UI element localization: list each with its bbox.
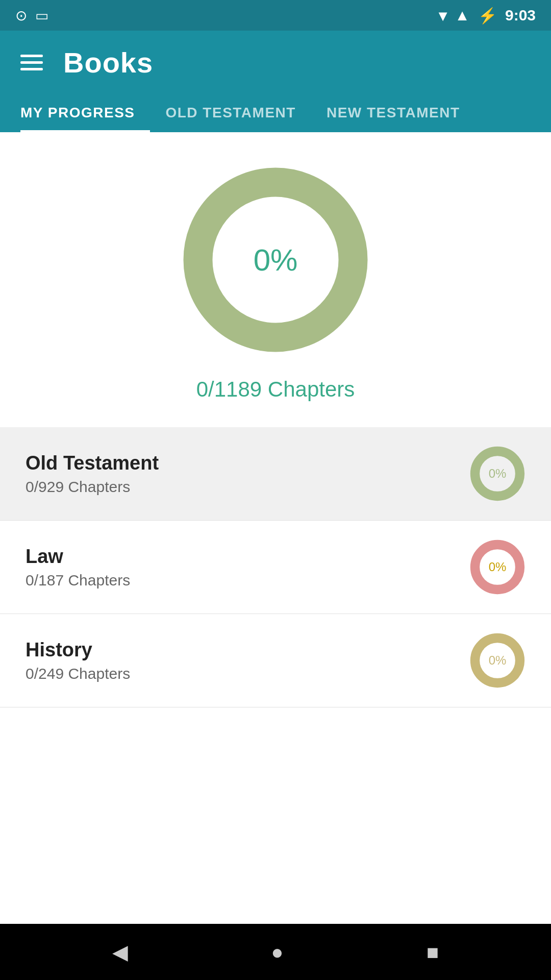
section-title-law: Law	[26, 546, 130, 568]
home-button[interactable]: ●	[271, 941, 283, 964]
tabs-bar: MY PROGRESS OLD TESTAMENT NEW TESTAMENT	[20, 94, 531, 132]
page-title: Books	[63, 46, 153, 79]
section-chapters-law: 0/187 Chapters	[26, 572, 130, 589]
section-title-old-testament: Old Testament	[26, 452, 159, 474]
mini-circle-history: 0%	[469, 632, 525, 689]
recent-apps-button[interactable]: ■	[427, 941, 439, 964]
section-chapters-old-testament: 0/929 Chapters	[26, 478, 159, 496]
tab-new-testament[interactable]: NEW TESTAMENT	[311, 94, 475, 132]
main-content: 0% 0/1189 Chapters Old Testament 0/929 C…	[0, 132, 551, 924]
tab-old-testament[interactable]: OLD TESTAMENT	[150, 94, 311, 132]
status-bar: ⊙ ▭ ▾ ▲ ⚡ 9:03	[0, 0, 551, 31]
signal-icon: ▲	[455, 7, 470, 24]
sd-card-icon: ▭	[35, 7, 48, 24]
mini-circle-percent-old-testament: 0%	[489, 467, 507, 481]
section-item-history[interactable]: History 0/249 Chapters 0%	[0, 614, 551, 707]
time-display: 9:03	[505, 7, 536, 24]
status-right-icons: ▾ ▲ ⚡ 9:03	[439, 7, 536, 24]
progress-circle-container: 0%	[179, 163, 372, 357]
mini-circle-percent-history: 0%	[489, 653, 507, 668]
progress-section: 0% 0/1189 Chapters	[0, 132, 551, 427]
back-button[interactable]: ◀	[112, 940, 128, 964]
bottom-navigation: ◀ ● ■	[0, 924, 551, 980]
progress-chapters: 0/1189 Chapters	[196, 377, 355, 402]
mini-circle-percent-law: 0%	[489, 560, 507, 574]
tab-my-progress[interactable]: MY PROGRESS	[20, 94, 150, 132]
section-item-law[interactable]: Law 0/187 Chapters 0%	[0, 521, 551, 614]
progress-percent: 0%	[254, 242, 298, 278]
section-title-history: History	[26, 639, 130, 661]
clock-icon: ⊙	[15, 7, 27, 24]
section-item-old-testament[interactable]: Old Testament 0/929 Chapters 0%	[0, 427, 551, 521]
section-chapters-history: 0/249 Chapters	[26, 665, 130, 682]
wifi-icon: ▾	[439, 7, 446, 24]
battery-icon: ⚡	[478, 7, 497, 24]
mini-circle-old-testament: 0%	[469, 446, 525, 502]
hamburger-menu-button[interactable]	[20, 55, 43, 70]
status-left-icons: ⊙ ▭	[15, 7, 48, 24]
mini-circle-law: 0%	[469, 539, 525, 595]
app-header: Books MY PROGRESS OLD TESTAMENT NEW TEST…	[0, 31, 551, 132]
